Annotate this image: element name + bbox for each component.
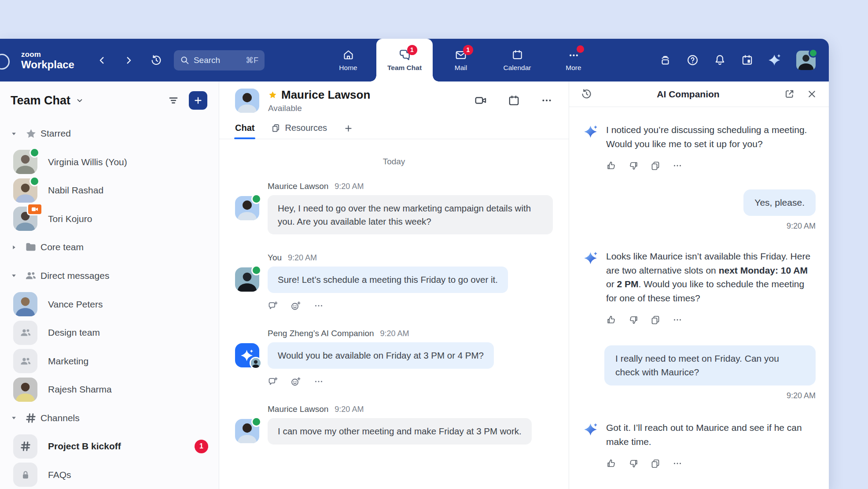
thumbs-down-icon: [628, 160, 639, 171]
ai-message-actions: [606, 160, 816, 171]
mail-badge: 1: [463, 45, 473, 55]
copy-icon: [650, 160, 661, 171]
nav-tab-calendar[interactable]: Calendar: [489, 39, 545, 82]
group-avatar: [13, 321, 37, 345]
thumbs-up-button[interactable]: [606, 160, 617, 171]
plus-icon: [344, 124, 353, 133]
presence-online-dot: [251, 194, 261, 204]
favorite-star-icon[interactable]: [268, 90, 277, 100]
thumbs-down-button[interactable]: [628, 160, 639, 171]
sparkle-icon: [583, 422, 599, 437]
logo-zoom: zoom: [21, 51, 74, 58]
sidebar-item-tori-kojuro[interactable]: Tori Kojuro: [0, 205, 219, 233]
open-in-new-window-button[interactable]: [784, 89, 795, 100]
thumbs-up-button[interactable]: [606, 315, 617, 325]
reply-in-thread-button[interactable]: [268, 376, 278, 387]
nav-tab-more[interactable]: More: [545, 39, 602, 82]
caret-down-icon: [11, 273, 17, 278]
close-panel-button[interactable]: [806, 89, 817, 100]
add-chat-button[interactable]: [189, 91, 207, 110]
ai-conversation: I noticed you’re discussing scheduling a…: [569, 107, 829, 489]
ai-history-button[interactable]: [581, 88, 592, 100]
ai-companion-button[interactable]: [768, 53, 782, 67]
schedule-button[interactable]: [741, 54, 754, 67]
message-more-button[interactable]: [313, 300, 324, 311]
sidebar-item-nabil-rashad[interactable]: Nabil Rashad: [0, 176, 219, 205]
presence-online-dot: [251, 417, 261, 427]
lock-icon: [20, 469, 31, 481]
message-time: 9:20 AM: [335, 405, 364, 414]
folder-icon: [25, 241, 37, 253]
history-button[interactable]: [150, 54, 162, 67]
notifications-button[interactable]: [714, 54, 726, 67]
help-button[interactable]: [686, 54, 699, 67]
copy-button[interactable]: [650, 160, 661, 171]
in-meeting-camera-badge: [27, 203, 43, 215]
reply-in-thread-button[interactable]: [268, 300, 278, 311]
ai-assistant-message: Looks like Maurice isn’t available this …: [583, 249, 816, 305]
message-author: Maurice Lawson: [268, 404, 328, 414]
search-input[interactable]: Search ⌘F: [174, 50, 265, 70]
ai-message-more-button[interactable]: [672, 315, 683, 325]
video-call-icon: [474, 94, 487, 107]
copy-button[interactable]: [650, 315, 661, 325]
tab-chat[interactable]: Chat: [235, 123, 254, 139]
schedule-meeting-button[interactable]: [508, 94, 520, 107]
nav-tab-home[interactable]: Home: [320, 39, 376, 82]
message-bubble: Would you be available on Friday at 3 PM…: [268, 342, 494, 369]
history-icon: [150, 54, 162, 67]
schedule-icon: [508, 94, 520, 107]
chat-more-options-button[interactable]: [541, 94, 553, 107]
ai-message-actions: [606, 458, 816, 469]
thumbs-up-button[interactable]: [606, 458, 617, 469]
add-reaction-button[interactable]: [291, 300, 301, 311]
nav-tab-team-chat[interactable]: 1 Team Chat: [376, 39, 433, 82]
user-avatar[interactable]: [796, 51, 816, 70]
more-icon: [313, 300, 324, 311]
sparkle-icon: [583, 250, 599, 266]
thumbs-down-button[interactable]: [628, 458, 639, 469]
message-more-button[interactable]: [313, 376, 324, 387]
sidebar-folder-core-team[interactable]: Core team: [0, 233, 219, 262]
ai-message-actions: [606, 315, 816, 325]
sidebar-item-faqs[interactable]: FAQs: [0, 460, 219, 489]
thumbs-down-button[interactable]: [628, 315, 639, 325]
emoji-plus-icon: [291, 300, 301, 311]
sidebar-section-starred[interactable]: Starred: [0, 119, 219, 148]
add-reaction-button[interactable]: [291, 376, 301, 387]
tab-resources[interactable]: Resources: [271, 123, 327, 139]
more-options-icon: [541, 94, 553, 107]
sidebar-item-virginia-willis[interactable]: Virginia Willis (You): [0, 148, 219, 177]
add-tab-button[interactable]: [344, 124, 353, 139]
more-icon: [672, 160, 683, 171]
filter-button[interactable]: [168, 95, 179, 106]
chevron-left-icon: [97, 56, 107, 65]
cast-to-device-button[interactable]: [659, 54, 672, 67]
ai-message-text: Got it. I’ll reach out to Maurice and se…: [606, 421, 816, 448]
ai-message-more-button[interactable]: [672, 458, 683, 469]
sidebar-item-design-team[interactable]: Design team: [0, 319, 219, 347]
thumbs-down-icon: [628, 458, 639, 469]
message-bubble: Hey, I need to go over the new marketing…: [268, 195, 553, 234]
sidebar-item-vance-peters[interactable]: Vance Peters: [0, 290, 219, 319]
nav-back-button[interactable]: [97, 56, 107, 65]
start-video-call-button[interactable]: [474, 94, 487, 107]
ai-companion-panel: AI Companion I noticed you’re discussing…: [569, 82, 829, 489]
avatar: [13, 178, 37, 203]
sidebar-item-rajesh-sharma[interactable]: Rajesh Sharma: [0, 375, 219, 404]
sidebar-item-project-b-kickoff[interactable]: Project B kickoff 1: [0, 432, 219, 461]
nav-tab-mail[interactable]: 1 Mail: [433, 39, 489, 82]
sidebar-section-direct-messages[interactable]: Direct messages: [0, 262, 219, 290]
copy-button[interactable]: [650, 458, 661, 469]
home-icon: [342, 49, 354, 61]
sidebar-section-channels[interactable]: Channels: [0, 404, 219, 432]
people-icon: [19, 355, 32, 368]
nav-forward-button[interactable]: [124, 56, 133, 65]
ai-message-more-button[interactable]: [672, 160, 683, 171]
presence-online-dot: [29, 176, 40, 186]
sidebar-item-marketing[interactable]: Marketing: [0, 347, 219, 375]
message-ai-companion: Peng Zheng’s AI Companion9:20 AM Would y…: [235, 329, 553, 387]
sidebar-title-dropdown[interactable]: Team Chat: [11, 94, 84, 107]
contact-avatar[interactable]: [235, 89, 259, 113]
logo-workplace: Workplace: [21, 59, 74, 70]
